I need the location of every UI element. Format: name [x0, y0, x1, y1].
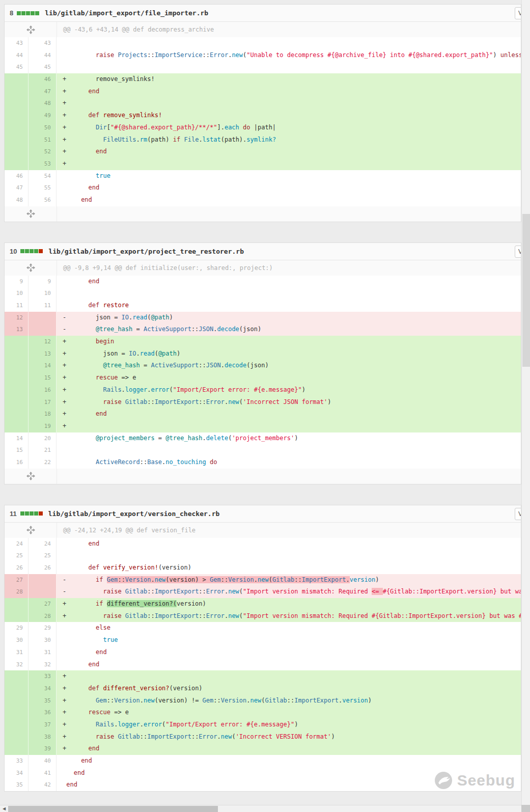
old-line-number[interactable]	[5, 146, 29, 158]
vertical-scrollbar[interactable]	[521, 0, 530, 805]
old-line-number[interactable]: 12	[5, 312, 29, 324]
new-line-number[interactable]: 13	[29, 348, 57, 360]
new-line-number[interactable]: 50	[29, 122, 57, 134]
old-line-number[interactable]	[5, 158, 29, 170]
new-line-number[interactable]: 54	[29, 170, 57, 182]
expand-diff-button[interactable]	[5, 260, 57, 276]
new-line-number[interactable]	[29, 574, 57, 586]
new-line-number[interactable]	[29, 586, 57, 598]
new-line-number[interactable]: 39	[29, 743, 57, 755]
old-line-number[interactable]: 29	[5, 622, 29, 634]
old-line-number[interactable]: 31	[5, 646, 29, 659]
old-line-number[interactable]	[5, 695, 29, 707]
old-line-number[interactable]	[5, 670, 29, 683]
old-line-number[interactable]	[5, 731, 29, 743]
view-file-button[interactable]: View file	[515, 508, 521, 520]
old-line-number[interactable]: 45	[5, 61, 29, 73]
horizontal-scrollbar[interactable]: ◀	[0, 805, 521, 812]
old-line-number[interactable]	[5, 408, 29, 420]
expand-diff-button[interactable]	[5, 22, 57, 37]
new-line-number[interactable]	[29, 312, 57, 324]
old-line-number[interactable]: 13	[5, 323, 29, 336]
old-line-number[interactable]	[5, 743, 29, 755]
new-line-number[interactable]: 49	[29, 110, 57, 122]
new-line-number[interactable]: 37	[29, 719, 57, 731]
new-line-number[interactable]: 16	[29, 384, 57, 396]
new-line-number[interactable]: 27	[29, 598, 57, 610]
new-line-number[interactable]: 45	[29, 61, 57, 73]
new-line-number[interactable]: 46	[29, 73, 57, 86]
old-line-number[interactable]: 26	[5, 562, 29, 574]
old-line-number[interactable]: 46	[5, 170, 29, 182]
old-line-number[interactable]: 25	[5, 550, 29, 562]
new-line-number[interactable]: 32	[29, 659, 57, 671]
old-line-number[interactable]	[5, 598, 29, 610]
old-line-number[interactable]: 35	[5, 779, 29, 791]
view-file-button[interactable]: View file	[515, 7, 521, 19]
old-line-number[interactable]: 48	[5, 194, 29, 206]
old-line-number[interactable]: 15	[5, 444, 29, 456]
old-line-number[interactable]: 27	[5, 574, 29, 586]
old-line-number[interactable]	[5, 97, 29, 110]
new-line-number[interactable]: 53	[29, 158, 57, 170]
new-line-number[interactable]: 20	[29, 432, 57, 445]
new-line-number[interactable]: 44	[29, 49, 57, 62]
new-line-number[interactable]: 34	[29, 683, 57, 695]
new-line-number[interactable]: 35	[29, 695, 57, 707]
new-line-number[interactable]: 42	[29, 779, 57, 791]
old-line-number[interactable]	[5, 134, 29, 146]
new-line-number[interactable]: 47	[29, 86, 57, 98]
new-line-number[interactable]: 33	[29, 670, 57, 683]
old-line-number[interactable]	[5, 73, 29, 86]
new-line-number[interactable]: 29	[29, 622, 57, 634]
new-line-number[interactable]: 36	[29, 707, 57, 719]
new-line-number[interactable]: 30	[29, 634, 57, 646]
old-line-number[interactable]: 28	[5, 586, 29, 598]
old-line-number[interactable]: 43	[5, 37, 29, 49]
old-line-number[interactable]	[5, 683, 29, 695]
new-line-number[interactable]: 56	[29, 194, 57, 206]
new-line-number[interactable]: 52	[29, 146, 57, 158]
horizontal-scrollbar-thumb[interactable]	[8, 806, 218, 812]
new-line-number[interactable]: 11	[29, 300, 57, 312]
new-line-number[interactable]: 14	[29, 360, 57, 372]
old-line-number[interactable]	[5, 110, 29, 122]
new-line-number[interactable]: 31	[29, 646, 57, 659]
new-line-number[interactable]: 41	[29, 767, 57, 779]
new-line-number[interactable]: 24	[29, 538, 57, 550]
new-line-number[interactable]: 15	[29, 372, 57, 384]
old-line-number[interactable]: 24	[5, 538, 29, 550]
new-line-number[interactable]: 12	[29, 336, 57, 348]
new-line-number[interactable]: 17	[29, 396, 57, 409]
old-line-number[interactable]	[5, 86, 29, 98]
old-line-number[interactable]: 32	[5, 659, 29, 671]
new-line-number[interactable]: 43	[29, 37, 57, 49]
old-line-number[interactable]	[5, 707, 29, 719]
old-line-number[interactable]	[5, 420, 29, 432]
view-file-button[interactable]: View file	[515, 246, 521, 258]
new-line-number[interactable]: 25	[29, 550, 57, 562]
old-line-number[interactable]: 33	[5, 755, 29, 767]
new-line-number[interactable]: 28	[29, 610, 57, 622]
old-line-number[interactable]	[5, 719, 29, 731]
old-line-number[interactable]: 34	[5, 767, 29, 779]
new-line-number[interactable]: 26	[29, 562, 57, 574]
old-line-number[interactable]	[5, 384, 29, 396]
new-line-number[interactable]: 22	[29, 456, 57, 469]
new-line-number[interactable]: 38	[29, 731, 57, 743]
new-line-number[interactable]: 9	[29, 276, 57, 288]
new-line-number[interactable]: 19	[29, 420, 57, 432]
old-line-number[interactable]	[5, 336, 29, 348]
new-line-number[interactable]: 18	[29, 408, 57, 420]
old-line-number[interactable]: 14	[5, 432, 29, 445]
old-line-number[interactable]: 9	[5, 276, 29, 288]
old-line-number[interactable]: 10	[5, 287, 29, 300]
expand-diff-button[interactable]	[5, 523, 57, 538]
old-line-number[interactable]: 44	[5, 49, 29, 62]
old-line-number[interactable]: 47	[5, 182, 29, 194]
new-line-number[interactable]: 10	[29, 287, 57, 300]
new-line-number[interactable]: 21	[29, 444, 57, 456]
old-line-number[interactable]: 30	[5, 634, 29, 646]
old-line-number[interactable]	[5, 360, 29, 372]
old-line-number[interactable]	[5, 610, 29, 622]
